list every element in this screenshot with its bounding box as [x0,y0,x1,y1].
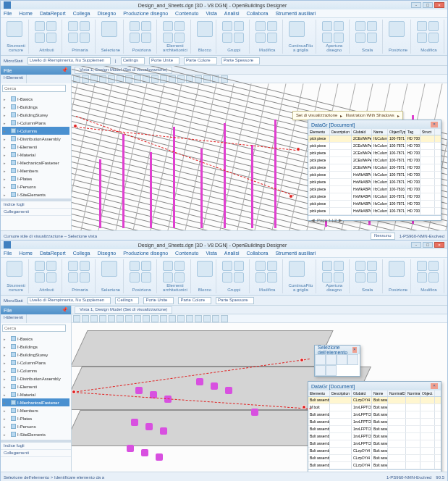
column-header[interactable]: Globald [352,390,372,396]
canvas-3d[interactable]: Selezione dell'elemento × [72,323,447,472]
table-row[interactable]: Bolt assembly1nvLFPTChBolt assembly [308,426,441,433]
palette-tool-5[interactable] [315,365,326,376]
sidebar-tab[interactable]: I-Elementi [1,314,27,323]
menu-datareport[interactable]: DataReport [40,11,66,16]
tree-item[interactable]: I-Members [2,167,69,175]
menu-vista[interactable]: Vista [206,11,216,16]
tree-item[interactable]: I-Plates [2,414,69,422]
column-header[interactable]: NominalLength [406,390,420,396]
view-tool[interactable] [212,315,219,322]
status-combo[interactable]: Nessuno [371,233,395,240]
level-combo[interactable]: Livello di Riempimento, No Supplemen [28,297,111,304]
ribbon-button[interactable] [222,272,232,283]
tree-item[interactable]: I-DistributionAssembly [2,135,69,143]
indice-fogli[interactable]: Indice fogli [1,443,71,450]
tree-item[interactable]: I-Buildings [2,103,69,111]
ribbon-button[interactable] [322,21,332,31]
ribbon-button[interactable] [80,33,90,43]
bolt-element[interactable] [211,382,218,390]
tree-item[interactable]: I-Persons [2,183,69,191]
ribbon-button[interactable] [417,272,427,283]
ribbon-button[interactable] [130,261,140,271]
bolt-element[interactable] [196,378,203,385]
tree-item[interactable]: I-Material [2,390,69,398]
ribbon-button[interactable] [367,21,377,31]
menu-analisi[interactable]: Analisi [224,11,240,16]
ribbon-button[interactable] [322,261,332,271]
ribbon-button[interactable] [46,261,56,271]
ribbon-button[interactable] [289,21,305,37]
table-row[interactable]: Bolt assembly1nvLFPTChBolt assembly [308,419,441,426]
view-tool[interactable] [186,315,193,322]
ribbon-button[interactable] [101,21,117,37]
ribbon-button[interactable] [234,261,244,271]
view-tool[interactable] [117,315,124,322]
table-row[interactable]: pick piece2CExWkPeIfcColumn100-7871HD 70… [308,150,441,157]
ribbon-button[interactable] [222,261,232,271]
combo-ceilings[interactable]: Ceilings [115,297,139,304]
combo-colore[interactable]: Parte Colore [178,297,211,304]
ribbon-button[interactable] [222,33,232,43]
ribbon-button[interactable] [255,272,266,283]
tree-item[interactable]: I-BuildingStorey [2,111,69,119]
ribbon-button[interactable] [35,33,45,43]
table-row[interactable]: Bolt assemblyCLzpOYt4Bolt assembly [308,455,441,462]
table-row[interactable]: Bolt assemblyCLzpOYt4Bolt assembly [308,397,441,404]
tool-palette[interactable]: Selezione dell'elemento × [314,345,360,377]
menu-item[interactable]: File [4,251,12,256]
menu-item[interactable]: Analisi [224,251,240,256]
view-tool[interactable] [169,315,176,322]
menu-item[interactable]: Strumenti ausiliari [275,251,316,256]
combo-colore[interactable]: Parte Colore [184,57,217,64]
column-header[interactable]: Name [372,129,388,135]
ribbon-button[interactable] [222,21,232,31]
combo-ceilings[interactable]: Ceilings [121,57,145,64]
view-tool[interactable] [143,315,150,322]
ribbon-button[interactable] [80,21,90,31]
view-tool[interactable] [151,315,159,322]
ribbon-button[interactable] [80,272,90,283]
close-button[interactable]: × [434,242,444,248]
ribbon-button[interactable] [163,33,173,43]
ribbon-button[interactable] [130,272,140,283]
ribbon-button[interactable] [234,33,244,43]
combo-spessore[interactable]: Parte Spessore [221,57,260,64]
tree-item[interactable]: I-Elementi [2,143,69,151]
breadcrumb-2[interactable]: Illustration With Shadows [345,113,394,118]
ribbon-button[interactable] [197,21,213,37]
ribbon-button[interactable] [80,261,90,271]
ribbon-button[interactable] [355,261,365,271]
bolt-element[interactable] [145,423,153,430]
ribbon-button[interactable] [46,21,56,31]
search-input[interactable] [2,325,66,332]
ribbon-button[interactable] [334,21,344,31]
indice-fogli[interactable]: Indice fogli [1,201,71,209]
tree-item[interactable]: I-Columns [2,127,69,135]
ribbon-button[interactable] [255,21,266,31]
ribbon-button[interactable] [355,33,365,43]
menu-collega[interactable]: Collega [73,11,90,16]
sidebar-tab-elementi[interactable]: I-Elementi [1,75,27,83]
column-header[interactable]: Description [330,390,352,396]
ribbon-button[interactable] [255,33,266,43]
bolt-element[interactable] [141,449,148,456]
ribbon-button[interactable] [141,261,151,271]
menu-item[interactable]: DataReport [40,251,66,256]
breadcrumb-1[interactable]: Set di visualizzazione [296,113,337,118]
ribbon-button[interactable] [367,272,377,283]
ribbon-button[interactable] [267,21,277,31]
bolt-element[interactable] [156,453,163,461]
palette-tool-3[interactable] [337,354,347,365]
tree-item[interactable]: I-Members [2,406,69,414]
datagrid-header[interactable]: DataGr [Document] × [308,382,441,390]
view-tool[interactable] [108,315,115,322]
menu-item[interactable]: Collabora [246,251,268,256]
zoom-value[interactable]: 90.5 [436,475,444,480]
close-icon[interactable]: × [431,383,438,389]
ribbon-button[interactable] [68,261,78,271]
ribbon-button[interactable] [267,272,277,283]
ribbon-button[interactable] [130,33,140,43]
ribbon-button[interactable] [334,272,344,283]
ribbon-button[interactable] [35,272,45,283]
ribbon-button[interactable] [322,272,332,283]
